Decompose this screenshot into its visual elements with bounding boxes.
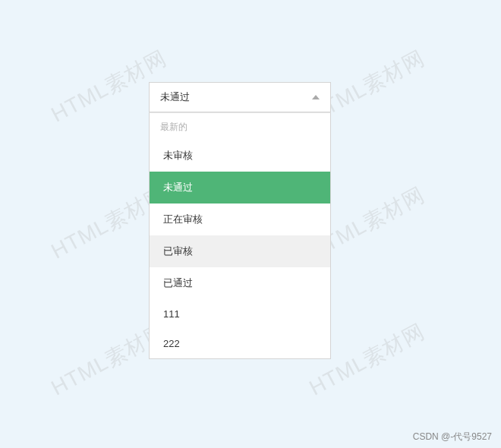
select-option[interactable]: 正在审核 [150, 203, 330, 235]
select-selected-display[interactable]: 未通过 [150, 83, 330, 112]
select-option[interactable]: 已通过 [150, 267, 330, 299]
select-option[interactable]: 未通过 [150, 172, 330, 203]
select-options-scroll[interactable]: 最新的 未审核 未通过 正在审核 已审核 已通过 111 222 [150, 113, 330, 358]
select-options-panel: 最新的 未审核 未通过 正在审核 已审核 已通过 111 222 [149, 112, 331, 359]
select-option[interactable]: 已审核 [150, 235, 330, 267]
select-option[interactable]: 222 [150, 329, 330, 358]
caret-up-icon [312, 95, 320, 99]
attribution-text: CSDN @-代号9527 [413, 431, 492, 443]
option-group-label: 最新的 [150, 113, 330, 140]
select-selected-value: 未通过 [160, 90, 190, 104]
select-dropdown[interactable]: 未通过 [149, 82, 331, 112]
select-option[interactable]: 未审核 [150, 140, 330, 172]
select-option[interactable]: 111 [150, 299, 330, 329]
